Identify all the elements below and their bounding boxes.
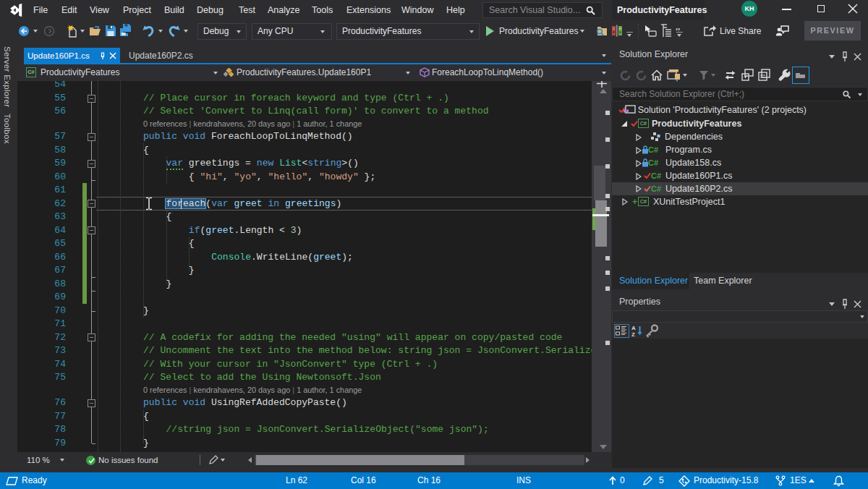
- svg-text:Z: Z: [631, 331, 635, 337]
- svg-text:A: A: [631, 325, 636, 331]
